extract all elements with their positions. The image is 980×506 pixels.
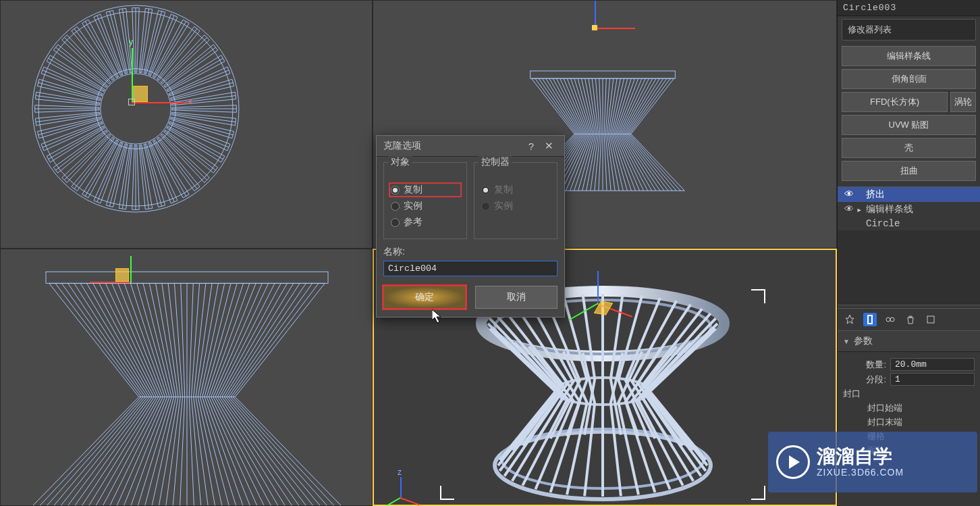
clone-name-input[interactable] xyxy=(383,261,557,276)
group-controller: 控制器 复制 实例 xyxy=(474,162,557,239)
remove-modifier-icon[interactable] xyxy=(904,313,917,326)
group-object-label: 对象 xyxy=(388,156,412,168)
radio-dot-icon xyxy=(481,186,490,195)
radio-instance-label: 实例 xyxy=(404,200,423,212)
radio-dot-icon xyxy=(481,202,490,211)
visibility-eye-icon[interactable]: 👁 xyxy=(842,204,856,215)
mod-edit-spline[interactable]: 编辑样条线 xyxy=(842,46,976,66)
stack-item-circle[interactable]: Circle xyxy=(838,217,980,230)
radio-reference[interactable]: 参考 xyxy=(389,216,461,229)
rollout-parameters-header[interactable]: ▼ 参数 xyxy=(838,330,980,352)
stack-item-extrude[interactable]: 👁 挤出 xyxy=(838,187,980,202)
radio-controller-copy: 复制 xyxy=(480,183,551,197)
svg-point-66 xyxy=(886,318,890,322)
radio-dot-icon xyxy=(391,186,400,195)
svg-point-67 xyxy=(890,318,894,322)
modifier-list: 编辑样条线 倒角剖面 FFD(长方体) 涡轮 UVW 贴图 壳 扭曲 xyxy=(838,43,980,184)
mod-twist[interactable]: 扭曲 xyxy=(842,161,976,181)
svg-rect-56 xyxy=(46,272,328,283)
radio-dot-icon xyxy=(391,218,400,227)
visibility-eye-icon[interactable]: 👁 xyxy=(842,189,856,200)
svg-line-22 xyxy=(64,134,109,180)
svg-rect-65 xyxy=(868,315,872,324)
cap-group-label: 封口 xyxy=(843,388,865,400)
viewport-left[interactable] xyxy=(0,249,373,506)
wire-top-circle-array xyxy=(1,0,271,230)
make-unique-icon[interactable] xyxy=(883,313,897,326)
checkbox-cap-end[interactable]: 封口末端 xyxy=(867,416,975,428)
radio-dot-icon xyxy=(391,202,400,211)
cursor-icon xyxy=(432,309,444,324)
watermark-url: ZIXUE.3D66.COM xyxy=(817,467,904,478)
rollout-triangle-icon: ▼ xyxy=(843,338,850,345)
svg-line-34 xyxy=(64,37,109,82)
svg-point-3 xyxy=(101,74,171,144)
radio-instance[interactable]: 实例 xyxy=(389,199,461,213)
show-end-result-icon[interactable] xyxy=(863,313,877,326)
group-object: 对象 复制 实例 参考 xyxy=(383,162,467,239)
svg-line-10 xyxy=(161,134,207,180)
stack-item-label: Circle xyxy=(866,218,900,229)
stack-item-label: 编辑样条线 xyxy=(866,203,913,216)
segments-label: 分段: xyxy=(843,374,890,386)
stack-item-label: 挤出 xyxy=(866,188,885,201)
stack-toolbar xyxy=(838,308,980,330)
ok-button[interactable]: 确定 xyxy=(383,286,466,309)
mod-ffd-box[interactable]: FFD(长方体) xyxy=(842,92,948,112)
stack-item-edit-spline[interactable]: 👁 ▸ 编辑样条线 xyxy=(838,202,980,217)
radio-controller-instance-label: 实例 xyxy=(494,200,513,212)
rollout-title: 参数 xyxy=(854,335,873,347)
mod-shell[interactable]: 壳 xyxy=(842,138,976,158)
clone-options-dialog: 克隆选项 ? ✕ 对象 复制 实例 参考 控制器 xyxy=(376,135,565,318)
svg-rect-68 xyxy=(927,316,934,323)
radio-copy[interactable]: 复制 xyxy=(389,183,461,197)
object-name-field[interactable]: Circle003 xyxy=(838,0,980,16)
wire-left-hourglass xyxy=(1,249,373,506)
mod-uvw-map[interactable]: UVW 贴图 xyxy=(842,115,976,135)
svg-rect-52 xyxy=(530,71,676,78)
modifier-list-dropdown[interactable]: 修改器列表 xyxy=(842,19,976,41)
group-controller-label: 控制器 xyxy=(479,156,512,168)
svg-line-46 xyxy=(161,37,207,82)
radio-copy-label: 复制 xyxy=(404,184,423,196)
viewport-top[interactable]: x y xyxy=(0,0,373,249)
command-panel: Circle003 修改器列表 编辑样条线 倒角剖面 FFD(长方体) 涡轮 U… xyxy=(837,0,980,506)
dialog-help-button[interactable]: ? xyxy=(522,141,540,152)
dialog-titlebar[interactable]: 克隆选项 ? ✕ xyxy=(377,136,564,157)
watermark: 溜溜自学 ZIXUE.3D66.COM xyxy=(768,432,977,492)
amount-spinner[interactable]: 20.0mm xyxy=(890,358,975,371)
mod-turbosmooth[interactable]: 涡轮 xyxy=(950,92,976,112)
dialog-close-button[interactable]: ✕ xyxy=(540,140,557,152)
radio-controller-copy-label: 复制 xyxy=(494,184,513,196)
watermark-play-icon xyxy=(776,445,810,479)
expand-triangle-icon[interactable]: ▸ xyxy=(856,204,866,216)
segments-spinner[interactable]: 1 xyxy=(890,373,975,386)
configure-sets-icon[interactable] xyxy=(924,313,937,326)
pin-stack-icon[interactable] xyxy=(843,313,856,326)
name-label: 名称: xyxy=(383,246,557,258)
modifier-stack[interactable]: 👁 挤出 👁 ▸ 编辑样条线 Circle xyxy=(838,186,980,305)
cancel-button[interactable]: 取消 xyxy=(475,286,557,309)
dialog-title: 克隆选项 xyxy=(383,140,522,152)
checkbox-cap-start[interactable]: 封口始端 xyxy=(867,402,975,414)
radio-reference-label: 参考 xyxy=(404,216,423,228)
amount-label: 数量: xyxy=(843,359,890,371)
radio-controller-instance: 实例 xyxy=(480,199,551,213)
mod-bevel-profile[interactable]: 倒角剖面 xyxy=(842,69,976,89)
watermark-text: 溜溜自学 xyxy=(817,447,904,467)
